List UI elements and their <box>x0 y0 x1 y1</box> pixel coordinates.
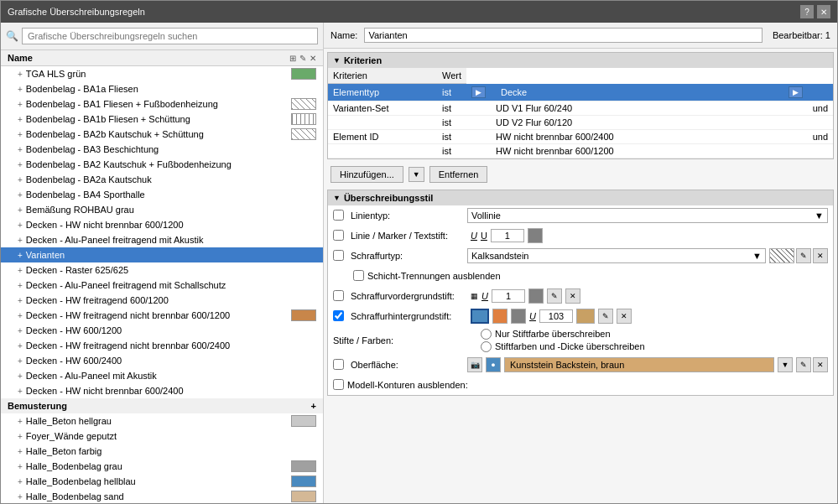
linie-number-input[interactable] <box>491 229 524 242</box>
list-item[interactable]: + Bemäßung ROHBAU grau <box>1 202 323 217</box>
right-panel: Name: Bearbeitbar: 1 ▼ Kriterien Kriteri… <box>324 23 837 503</box>
style-section-header[interactable]: ▼ Überschreibungsstil <box>328 190 833 205</box>
list-item[interactable]: + Bodenbelag - BA2a Kautschuk <box>1 172 323 187</box>
oberflaeche-clear-icon[interactable]: ✕ <box>813 357 828 372</box>
list-item[interactable]: + Bodenbelag - BA4 Sporthalle <box>1 187 323 202</box>
hintergrund-number-input[interactable] <box>539 309 573 323</box>
criteria-dropdown-button[interactable]: ▶ <box>789 86 803 98</box>
hintergrund-color-swatch[interactable] <box>576 309 595 324</box>
list-item[interactable]: + Bodenbelag - BA2 Kautschuk + Fußbodenh… <box>1 157 323 172</box>
name-input[interactable] <box>364 28 762 43</box>
list-icon-grid[interactable]: ⊞ <box>289 54 296 63</box>
radio-item-nur-stiftfarbe[interactable]: Nur Stiftfarbe überschreiben <box>481 329 645 340</box>
list-item[interactable]: + Decken - HW freitragend nicht brennbar… <box>1 338 323 353</box>
search-bar: 🔍 <box>1 23 323 50</box>
help-button[interactable]: ? <box>800 5 814 18</box>
schraffur-icon2[interactable]: ✎ <box>796 248 811 263</box>
hintergrund-icon2[interactable]: ✕ <box>617 309 632 324</box>
plus-icon: + <box>18 85 23 94</box>
list-item[interactable]: + Bodenbelag - BA1b Fliesen + Schüttung <box>1 112 323 127</box>
style-section: ▼ Überschreibungsstil Linientyp: Vollini… <box>327 190 834 396</box>
list-item-varianten[interactable]: + Varianten <box>1 247 323 262</box>
linie-color-swatch[interactable] <box>528 228 543 243</box>
radio-item-stiftfarben-dicke[interactable]: Stiftfarben und -Dicke überschreiben <box>481 341 645 352</box>
list-item[interactable]: + Decken - HW nicht brennbar 600/1200 <box>1 217 323 232</box>
criteria-arrow-cell[interactable]: ▶ <box>466 84 491 101</box>
list-item[interactable]: + Decken - Raster 625/625 <box>1 262 323 278</box>
criteria-dropdown-arrow[interactable]: ▶ <box>783 84 808 101</box>
radio-stiftfarben-dicke[interactable] <box>481 341 492 352</box>
list-item[interactable]: + Foyer_Wände geputzt <box>1 429 323 444</box>
modell-konturen-checkbox[interactable] <box>333 379 344 390</box>
vordergrund-number-input[interactable] <box>492 289 525 303</box>
schraffur-hintergrund-checkbox[interactable] <box>333 310 344 321</box>
list-item[interactable]: + Decken - HW freitragend nicht brennbar… <box>1 308 323 323</box>
criteria-row[interactable]: Varianten-Set ist UD V1 Flur 60/240 und <box>328 101 833 115</box>
add-group-icon[interactable]: + <box>311 401 316 411</box>
scrollable-right[interactable]: ▼ Kriterien Kriterien Wert <box>324 49 837 503</box>
oberflaeche-icon1[interactable]: 📷 <box>467 357 482 372</box>
list-item[interactable]: + Halle_Bodenbelag sand <box>1 489 323 503</box>
hintergrund-swatch-orange[interactable] <box>492 309 507 324</box>
hintergrund-swatch-blue[interactable] <box>471 309 489 324</box>
remove-button[interactable]: Entfernen <box>429 166 488 183</box>
list-item[interactable]: + Decken - Alu-Paneel freitragend mit Ak… <box>1 232 323 247</box>
vordergrund-icon1[interactable]: ✎ <box>547 288 562 304</box>
criteria-dropdown-cell <box>783 129 808 143</box>
title-bar: Grafische Überschreibungsregeln ? ✕ <box>1 1 837 23</box>
radio-nur-stiftfarbe[interactable] <box>481 329 492 340</box>
list-item[interactable]: + Decken - HW nicht brennbar 600/2400 <box>1 383 323 398</box>
oberflaeche-edit-icon[interactable]: ✎ <box>796 357 811 372</box>
criteria-row[interactable]: ist HW nicht brennbar 600/1200 <box>328 143 833 158</box>
schraffur-vordergrund-checkbox[interactable] <box>333 290 344 301</box>
list-scroll[interactable]: + TGA HLS grün + Bodenbelag - BA1a Flies… <box>1 66 323 503</box>
linientyp-dropdown[interactable]: Vollinie ▼ <box>467 208 828 223</box>
schraffur-icon3[interactable]: ✕ <box>813 248 828 263</box>
vordergrund-icon2[interactable]: ✕ <box>565 288 580 304</box>
schicht-trennungen-checkbox[interactable] <box>353 270 364 281</box>
close-button[interactable]: ✕ <box>817 5 830 18</box>
linientyp-label: Linientyp: <box>333 210 467 221</box>
list-item[interactable]: + Bodenbelag - BA3 Beschichtung <box>1 142 323 157</box>
plus-icon: + <box>18 477 23 486</box>
list-item[interactable]: + Decken - HW 600/1200 <box>1 323 323 338</box>
add-dropdown-button[interactable]: ▼ <box>409 167 424 182</box>
list-icon-delete[interactable]: ✕ <box>310 54 316 63</box>
list-item[interactable]: + Halle_Bodenbelag grau <box>1 459 323 474</box>
item-label: Bodenbelag - BA2b Kautschuk + Schüttung <box>26 129 204 139</box>
list-item[interactable]: + Halle_Bodenbelag hellblau <box>1 474 323 489</box>
criteria-arrow-button[interactable]: ▶ <box>471 86 486 98</box>
list-item[interactable]: + TGA HLS grün <box>1 66 323 81</box>
criteria-row[interactable]: Element ID ist HW nicht brennbar 600/240… <box>328 129 833 143</box>
criteria-section-header[interactable]: ▼ Kriterien <box>328 53 833 68</box>
list-item[interactable]: + Bodenbelag - BA2b Kautschuk + Schüttun… <box>1 127 323 142</box>
list-item[interactable]: + Halle_Beton hellgrau <box>1 413 323 429</box>
stifte-farben-row: Stifte / Farben: Nur Stiftfarbe überschr… <box>328 326 833 355</box>
oberflaeche-checkbox[interactable] <box>333 359 344 370</box>
vordergrund-color-swatch[interactable] <box>528 288 544 304</box>
linie-marker-checkbox[interactable] <box>333 230 344 241</box>
list-item[interactable]: + Decken - HW 600/2400 <box>1 353 323 368</box>
criteria-row[interactable]: Elementtyp ist ▶ Decke ▶ <box>328 84 833 101</box>
list-item[interactable]: + Decken - HW freitragend 600/1200 <box>1 293 323 308</box>
criteria-arrow-cell <box>466 101 491 115</box>
list-item[interactable]: + Bodenbelag - BA1 Fliesen + Fußbodenhei… <box>1 96 323 112</box>
list-item-group-bemusterung[interactable]: Bemusterung + <box>1 398 323 413</box>
list-item[interactable]: + Decken - Alu-Paneel mit Akustik <box>1 368 323 383</box>
schraffur-icon1[interactable] <box>769 248 794 263</box>
hintergrund-color-bg[interactable] <box>511 309 526 324</box>
oberflaeche-icon3[interactable]: ▼ <box>778 357 793 372</box>
list-item[interactable]: + Halle_Beton farbig <box>1 444 323 459</box>
list-item[interactable]: + Bodenbelag - BA1a Fliesen <box>1 81 323 96</box>
linientyp-checkbox[interactable] <box>333 210 344 221</box>
list-item[interactable]: + Decken - Alu-Paneel freitragend mit Sc… <box>1 278 323 293</box>
add-button[interactable]: Hinzufügen... <box>331 166 403 183</box>
schraffurtyp-checkbox[interactable] <box>333 250 344 261</box>
search-input[interactable] <box>22 28 318 44</box>
criteria-row[interactable]: ist UD V2 Flur 60/120 <box>328 115 833 129</box>
schraffurtyp-dropdown[interactable]: Kalksandstein ▼ <box>467 248 766 263</box>
hintergrund-icon1[interactable]: ✎ <box>598 309 613 324</box>
oberflaeche-icon2[interactable]: ● <box>486 357 501 372</box>
list-icon-edit[interactable]: ✎ <box>299 54 306 63</box>
oberflaeche-row: Oberfläche: 📷 ● Kunststein Backstein, br… <box>328 355 833 375</box>
